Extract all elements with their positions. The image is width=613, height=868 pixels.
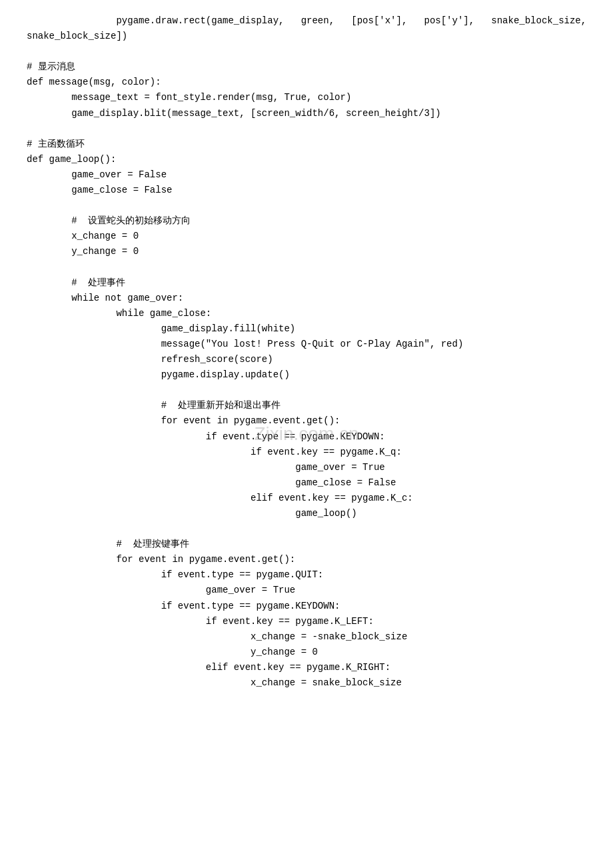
code-content: pygame.draw.rect(game_display, green, [p… (27, 13, 586, 691)
